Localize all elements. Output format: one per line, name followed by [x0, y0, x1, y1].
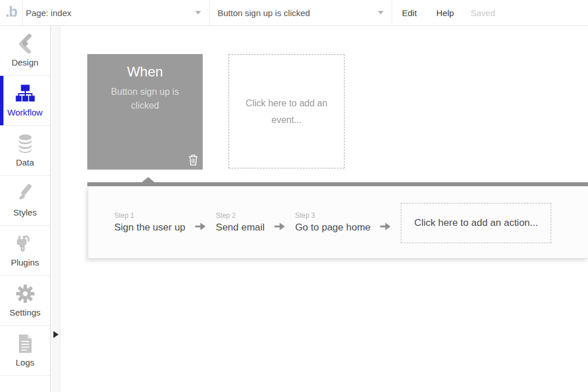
edit-menu[interactable]: Edit: [392, 8, 427, 18]
topbar-menu: Edit Help Saved: [392, 0, 502, 25]
step-number-label: Step 3: [295, 212, 370, 220]
gear-icon: [16, 284, 35, 303]
page-selector-value: Page: index: [26, 8, 71, 18]
event-pointer-triangle: [142, 177, 154, 182]
bubble-logo[interactable]: .b: [0, 0, 23, 25]
chevron-down-icon: [195, 11, 201, 14]
event-selector-dropdown[interactable]: Button sign up is clicked: [210, 0, 392, 25]
arrow-right-icon: [195, 222, 207, 231]
database-icon: [17, 134, 34, 153]
arrow-right-icon: [274, 222, 286, 231]
step-action-name[interactable]: Send email: [216, 222, 265, 233]
sidebar-item-plugins[interactable]: Plugins: [0, 226, 50, 276]
document-icon: [17, 334, 33, 353]
step-action-name[interactable]: Go to page home: [295, 222, 370, 233]
workflow-canvas: When Button sign up is clicked Click her…: [60, 26, 588, 392]
design-tools-icon: [16, 34, 35, 53]
sidebar-gutter: [51, 26, 60, 392]
workflow-step-1[interactable]: Step 1 Sign the user up: [114, 212, 185, 233]
sidebar-item-settings[interactable]: Settings: [0, 276, 50, 326]
trash-icon[interactable]: [188, 154, 198, 166]
event-selector-value: Button sign up is clicked: [218, 8, 310, 18]
arrow-right-icon: [380, 222, 392, 231]
save-status-label: Saved: [464, 8, 502, 18]
sidebar-item-data[interactable]: Data: [0, 126, 50, 176]
top-toolbar: .b Page: index Button sign up is clicked…: [0, 0, 588, 26]
action-strip: Step 1 Sign the user up Step 2 Send emai…: [88, 186, 588, 259]
sidebar-item-design[interactable]: Design: [0, 26, 50, 76]
step-action-name[interactable]: Sign the user up: [114, 222, 185, 233]
add-action-box[interactable]: Click here to add an action...: [401, 203, 551, 243]
step-number-label: Step 2: [216, 212, 265, 220]
workflow-step-2[interactable]: Step 2 Send email: [216, 212, 265, 233]
sidebar-item-label: Settings: [9, 308, 40, 317]
add-event-box[interactable]: Click here to add an event...: [229, 54, 345, 168]
page-selector-dropdown[interactable]: Page: index: [23, 0, 210, 25]
sidebar-item-workflow[interactable]: Workflow: [0, 76, 50, 126]
sidebar-item-label: Logs: [16, 358, 34, 367]
workflow-step-3[interactable]: Step 3 Go to page home: [295, 212, 370, 233]
workflow-bar: [87, 182, 588, 186]
selected-indicator: [0, 76, 3, 125]
event-card[interactable]: When Button sign up is clicked: [87, 54, 203, 170]
event-card-title: When: [87, 64, 203, 80]
sidebar-item-label: Styles: [13, 207, 37, 217]
add-action-label: Click here to add an action...: [415, 217, 538, 229]
event-card-subtitle: Button sign up is clicked: [87, 85, 203, 113]
sidebar-item-label: Design: [11, 57, 38, 67]
bubble-editor-window: .b Page: index Button sign up is clicked…: [0, 0, 588, 392]
sidebar-item-styles[interactable]: Styles: [0, 176, 50, 226]
paintbrush-icon: [16, 184, 35, 203]
sidebar-item-label: Workflow: [7, 107, 42, 117]
sidebar-item-logs[interactable]: Logs: [0, 326, 50, 376]
chevron-down-icon: [378, 11, 384, 14]
sidebar-item-label: Plugins: [11, 258, 39, 267]
plug-icon: [15, 234, 36, 253]
help-menu[interactable]: Help: [427, 8, 464, 18]
step-number-label: Step 1: [114, 212, 185, 220]
add-event-label: Click here to add an event...: [229, 95, 344, 128]
bubble-logo-text: .b: [5, 3, 17, 22]
workflow-sitemap-icon: [16, 84, 35, 103]
expand-panel-arrow-icon[interactable]: [53, 331, 59, 338]
left-sidebar: Design Workflow: [0, 26, 51, 392]
sidebar-item-label: Data: [16, 157, 34, 167]
